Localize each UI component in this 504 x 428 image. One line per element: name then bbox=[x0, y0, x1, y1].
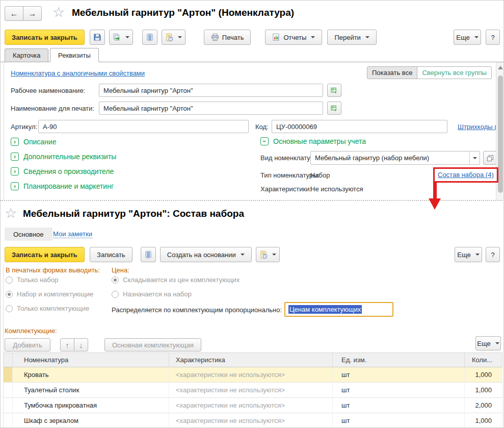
history-nav: ← → bbox=[5, 6, 42, 21]
window2-toolbar: Записать и закрыть Записать Создать на о… bbox=[5, 247, 280, 262]
more-button-label: Еще bbox=[456, 34, 469, 41]
cell-unit[interactable]: шт bbox=[333, 398, 465, 413]
group-additional-attributes[interactable]: › Дополнительные реквизиты bbox=[11, 153, 116, 161]
history-dropdown-button-2[interactable] bbox=[256, 247, 280, 262]
cell-characteristic[interactable]: <характеристики не используются> bbox=[169, 398, 333, 413]
radio-only-components[interactable]: Только комплектующие bbox=[6, 305, 89, 312]
radio-only-kit[interactable]: Только набор bbox=[6, 276, 58, 284]
main-component-button[interactable]: Основная комплектующая bbox=[104, 338, 201, 351]
dropdown-arrow-icon bbox=[311, 36, 315, 38]
radio-price-on-kit[interactable]: Назначается на набор bbox=[112, 290, 192, 298]
radio-kit-and-components[interactable]: Набор и комплектующие bbox=[6, 290, 93, 298]
dropdown-arrow-icon bbox=[473, 157, 477, 159]
print-name-languages-button[interactable] bbox=[327, 102, 341, 115]
move-down-button[interactable]: ↓ bbox=[74, 338, 88, 351]
table-row[interactable]: Туалетный столик <характеристики не испо… bbox=[3, 383, 503, 398]
add-button[interactable]: Добавить bbox=[5, 338, 50, 351]
window1-more-button[interactable]: Еще bbox=[454, 30, 481, 45]
save-close-button[interactable]: Записать и закрыть bbox=[5, 30, 85, 45]
save-button-2[interactable]: Записать bbox=[90, 247, 132, 262]
print-button[interactable]: Печать bbox=[204, 30, 251, 45]
kit-contents-link[interactable]: Состав набора (4) bbox=[438, 171, 494, 179]
move-up-button[interactable]: ↑ bbox=[60, 338, 74, 351]
cell-nomenclature[interactable]: Туалетный столик bbox=[13, 383, 169, 398]
goto-button[interactable]: Перейти bbox=[327, 30, 377, 45]
working-name-languages-button[interactable] bbox=[327, 84, 341, 97]
cell-characteristic[interactable]: <характеристики не используются> bbox=[169, 383, 333, 398]
table-row[interactable]: Шкаф с зеркалом <характеристики не испол… bbox=[3, 413, 503, 428]
cell-characteristic[interactable]: <характеристики не используются> bbox=[169, 367, 333, 383]
print-name-input[interactable]: Мебельный гарнитур "Артон" bbox=[99, 102, 323, 115]
distribute-input[interactable]: Ценам комплектующих bbox=[284, 302, 393, 317]
favorite-star-icon-2[interactable]: ☆ bbox=[5, 207, 17, 220]
group-accounting-params[interactable]: › Основные параметры учета bbox=[260, 137, 366, 145]
article-input[interactable]: А-90 bbox=[38, 120, 249, 133]
show-all-button[interactable]: Показать все bbox=[367, 66, 417, 79]
cell-quantity[interactable]: 1,000 bbox=[465, 367, 502, 383]
components-more-button[interactable]: Еще bbox=[475, 336, 501, 350]
kind-open-button[interactable] bbox=[483, 151, 497, 165]
scrollbar-thumb[interactable] bbox=[498, 75, 503, 193]
group-label: Сведения о производителе bbox=[23, 167, 114, 175]
column-nomenclature[interactable]: Номенклатура bbox=[13, 353, 169, 367]
nav-my-notes[interactable]: Мои заметки bbox=[53, 230, 92, 238]
column-characteristic[interactable]: Характеристика bbox=[169, 353, 333, 367]
reports-button[interactable]: Отчеты bbox=[265, 30, 322, 45]
list-icon-button[interactable] bbox=[142, 30, 157, 45]
combo-caret[interactable] bbox=[469, 152, 480, 164]
code-input[interactable]: ЦУ-00000069 bbox=[272, 120, 447, 133]
save-icon-button[interactable] bbox=[90, 30, 105, 45]
group-label: Дополнительные реквизиты bbox=[23, 153, 116, 161]
list-icon bbox=[144, 250, 152, 259]
radio-price-from-components[interactable]: Складывается из цен комплектующих bbox=[112, 276, 240, 284]
nav-main[interactable]: Основное bbox=[5, 228, 52, 241]
dropdown-arrow-icon bbox=[241, 254, 245, 256]
print-button-label: Печать bbox=[222, 34, 244, 41]
window2-more-button[interactable]: Еще bbox=[455, 247, 482, 262]
cell-characteristic[interactable]: <характеристики не используются> bbox=[169, 413, 333, 428]
reports-button-label: Отчеты bbox=[283, 34, 306, 41]
cell-quantity[interactable]: 1,000 bbox=[465, 383, 502, 398]
working-name-input[interactable]: Мебельный гарнитур "Артон" bbox=[99, 84, 323, 97]
kind-combobox[interactable]: Мебельный гарнитур (набор мебели) bbox=[310, 151, 480, 165]
copy-dropdown-button[interactable] bbox=[109, 30, 133, 45]
cell-unit[interactable]: шт bbox=[333, 383, 465, 398]
price-label: Цена: bbox=[112, 266, 129, 274]
table-header: Номенклатура Характеристика Ед. изм. Кол… bbox=[3, 353, 503, 367]
window1-help-button[interactable]: ? bbox=[486, 30, 500, 45]
history-dropdown-button[interactable] bbox=[162, 30, 185, 45]
collapse-groups-button[interactable]: Свернуть все группы bbox=[417, 66, 491, 79]
document-clock-icon bbox=[165, 33, 173, 41]
favorite-star-icon[interactable]: ☆ bbox=[52, 6, 65, 19]
green-table-icon bbox=[331, 105, 338, 112]
cell-unit[interactable]: шт bbox=[333, 367, 465, 383]
column-unit[interactable]: Ед. изм. bbox=[333, 353, 465, 367]
create-based-button[interactable]: Создать на основании bbox=[160, 247, 252, 262]
similar-properties-link[interactable]: Номенклатура с аналогичными свойствами bbox=[11, 69, 145, 77]
group-planning-marketing[interactable]: › Планирование и маркетинг bbox=[11, 182, 114, 190]
annotation-arrow-head bbox=[429, 198, 441, 210]
group-manufacturer-info[interactable]: › Сведения о производителе bbox=[11, 167, 114, 175]
table-row[interactable]: Тумбочка прикроватная <характеристики не… bbox=[3, 398, 503, 413]
cell-nomenclature[interactable]: Шкаф с зеркалом bbox=[13, 413, 169, 428]
column-quantity[interactable]: Коли... bbox=[465, 353, 502, 367]
cell-quantity[interactable]: 1,000 bbox=[465, 413, 502, 428]
list-icon-button-2[interactable] bbox=[141, 247, 156, 262]
copy-arrow-icon bbox=[113, 33, 121, 41]
cell-nomenclature[interactable]: Кровать bbox=[13, 367, 169, 383]
group-description[interactable]: › Описание bbox=[11, 138, 56, 146]
printer-icon bbox=[211, 33, 219, 41]
table-row[interactable]: Кровать <характеристики не используются>… bbox=[3, 367, 503, 383]
back-button[interactable]: ← bbox=[5, 6, 23, 21]
cell-unit[interactable]: шт bbox=[333, 413, 465, 428]
article-label: Артикул: bbox=[11, 123, 37, 131]
forward-button[interactable]: → bbox=[23, 6, 42, 21]
radio-icon bbox=[112, 291, 119, 298]
window2-help-button[interactable]: ? bbox=[486, 247, 500, 262]
tab-kartochka[interactable]: Карточка bbox=[5, 48, 48, 62]
tab-rekvizity[interactable]: Реквизиты bbox=[50, 48, 99, 62]
scroll-up-icon[interactable] bbox=[498, 66, 503, 69]
cell-nomenclature[interactable]: Тумбочка прикроватная bbox=[13, 398, 169, 413]
save-close-button-2[interactable]: Записать и закрыть bbox=[5, 247, 85, 262]
cell-quantity[interactable]: 2,000 bbox=[465, 398, 502, 413]
